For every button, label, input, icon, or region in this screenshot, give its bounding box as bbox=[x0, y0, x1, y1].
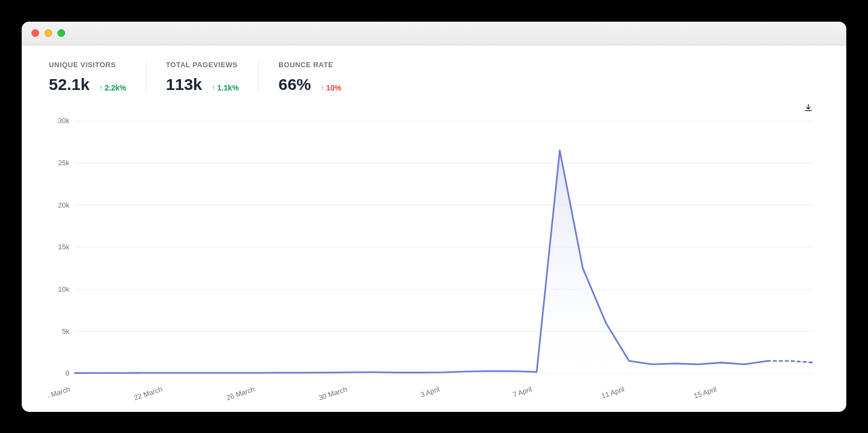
metric-change-text: 2.2k% bbox=[105, 83, 126, 92]
svg-text:5k: 5k bbox=[62, 327, 69, 335]
window-titlebar bbox=[22, 22, 846, 46]
app-window: UNIQUE VISITORS 52.1k ↑ 2.2k% TOTAL PAGE… bbox=[22, 22, 846, 412]
metric-value: 66% bbox=[278, 75, 311, 94]
chart-toolbar bbox=[49, 100, 819, 115]
arrow-up-icon: ↑ bbox=[99, 85, 103, 91]
svg-text:11 April: 11 April bbox=[601, 385, 626, 400]
svg-text:26 March: 26 March bbox=[225, 385, 256, 401]
window-close-button[interactable] bbox=[31, 29, 39, 37]
metric-label: UNIQUE VISITORS bbox=[49, 61, 126, 69]
metric-change-text: 10% bbox=[326, 83, 341, 92]
metric-value: 52.1k bbox=[49, 75, 90, 94]
metric-bounce-rate: BOUNCE RATE 66% ↑ 10% bbox=[258, 61, 361, 94]
download-icon bbox=[803, 103, 813, 113]
svg-text:15 April: 15 April bbox=[693, 385, 718, 400]
svg-text:15k: 15k bbox=[58, 243, 69, 251]
svg-text:0: 0 bbox=[66, 369, 69, 377]
svg-text:30k: 30k bbox=[58, 117, 69, 125]
window-zoom-button[interactable] bbox=[58, 29, 65, 37]
metrics-row: UNIQUE VISITORS 52.1k ↑ 2.2k% TOTAL PAGE… bbox=[49, 61, 819, 94]
svg-text:10k: 10k bbox=[58, 285, 69, 293]
metric-change: ↑ 2.2k% bbox=[99, 83, 126, 92]
metric-label: TOTAL PAGEVIEWS bbox=[166, 61, 239, 69]
download-button[interactable] bbox=[801, 100, 816, 115]
metric-change: ↑ 1.1k% bbox=[212, 83, 239, 92]
svg-text:30 March: 30 March bbox=[318, 385, 348, 401]
arrow-up-icon: ↑ bbox=[321, 85, 324, 91]
svg-text:3 April: 3 April bbox=[419, 385, 441, 399]
metric-label: BOUNCE RATE bbox=[278, 61, 341, 69]
svg-text:25k: 25k bbox=[58, 158, 69, 166]
window-minimize-button[interactable] bbox=[44, 29, 52, 37]
metric-total-pageviews: TOTAL PAGEVIEWS 113k ↑ 1.1k% bbox=[146, 61, 258, 94]
svg-text:20k: 20k bbox=[58, 201, 69, 209]
metric-change-text: 1.1k% bbox=[218, 83, 239, 92]
svg-text:18 March: 18 March bbox=[49, 385, 71, 401]
metric-change: ↑ 10% bbox=[321, 83, 341, 92]
pageviews-chart: 05k10k15k20k25k30k 18 March22 March26 Ma… bbox=[49, 115, 819, 401]
svg-text:22 March: 22 March bbox=[133, 385, 163, 401]
svg-text:7 April: 7 April bbox=[512, 385, 533, 399]
metric-value: 113k bbox=[166, 75, 202, 94]
arrow-up-icon: ↑ bbox=[212, 85, 215, 91]
metric-unique-visitors: UNIQUE VISITORS 52.1k ↑ 2.2k% bbox=[49, 61, 146, 94]
dashboard-content: UNIQUE VISITORS 52.1k ↑ 2.2k% TOTAL PAGE… bbox=[22, 46, 846, 412]
